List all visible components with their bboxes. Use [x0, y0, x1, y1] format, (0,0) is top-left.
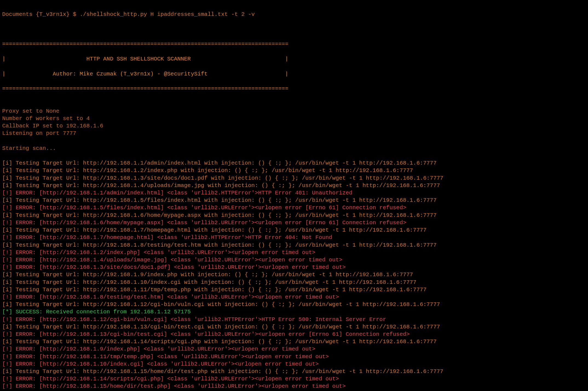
scan-line-info: [i] Testing Target Url: http://192.168.1… — [2, 227, 426, 233]
scan-line-error: [!] ERROR: [http://192.168.1.10/index.cg… — [2, 361, 319, 367]
scan-line-info: [i] Testing Target Url: http://192.168.1… — [2, 175, 443, 181]
banner-line-1: | HTTP AND SSH SHELLSHOCK SCANNER | — [2, 56, 289, 62]
scan-line-error: [!] ERROR: [http://192.168.1.3/site/docs… — [2, 264, 346, 270]
scan-line-info: [i] Testing Target Url: http://192.168.1… — [2, 339, 437, 345]
scan-line-error: [!] ERROR: [http://192.168.1.5/files/ind… — [2, 205, 406, 211]
scan-line-info: [i] Testing Target Url: http://192.168.1… — [2, 272, 413, 278]
scan-line-error: [!] ERROR: [http://192.168.1.1/admin/ind… — [2, 190, 352, 196]
scan-line-info: [i] Testing Target Url: http://192.168.1… — [2, 160, 437, 166]
scan-line-info: [i] Testing Target Url: http://192.168.1… — [2, 279, 416, 285]
scan-output: [i] Testing Target Url: http://192.168.1… — [2, 160, 443, 389]
scan-line-info: [i] Testing Target Url: http://192.168.1… — [2, 167, 413, 174]
scan-line-info: [i] Testing Target Url: http://192.168.1… — [2, 182, 440, 189]
scan-line-info: [i] Testing Target Url: http://192.168.1… — [2, 212, 437, 218]
scan-line-info: [i] Testing Target Url: http://192.168.1… — [2, 197, 437, 203]
scan-line-error: [!] ERROR: [http://192.168.1.6/home/mypa… — [2, 220, 406, 226]
scan-line-error: [!] ERROR: [http://192.168.1.7/homepage.… — [2, 234, 332, 241]
terminal-output[interactable]: Documents {T_v3rn1x} $ ./shellshock_http… — [0, 0, 588, 391]
scan-line-info: [i] Testing Target Url: http://192.168.1… — [2, 368, 443, 375]
scan-line-success: [*] SUCCESS: Received connection from 19… — [2, 309, 191, 315]
banner-border-bottom: ========================================… — [2, 86, 289, 92]
shell-prompt: Documents {T_v3rn1x} $ ./shellshock_http… — [2, 11, 255, 17]
scan-line-info: [i] Testing Target Url: http://192.168.1… — [2, 301, 440, 308]
scan-line-info: [i] Testing Target Url: http://192.168.1… — [2, 242, 437, 248]
scan-line-info: [i] Testing Target Url: http://192.168.1… — [2, 287, 426, 293]
banner-line-2: | Author: Mike Czumak (T_v3rn1x) - @Secu… — [2, 71, 289, 77]
scan-line-error: [!] ERROR: [http://192.168.1.4/uploads/i… — [2, 257, 342, 263]
scan-line-error: [!] ERROR: [http://192.168.1.15/home/dir… — [2, 383, 346, 389]
banner-border-top: ========================================… — [2, 41, 289, 47]
setup-block: Proxy set to None Number of workers set … — [2, 108, 103, 151]
scan-line-error: [!] ERROR: [http://192.168.1.11/tmp/temp… — [2, 354, 329, 360]
scan-line-error: [!] ERROR: [http://192.168.1.13/cgi-bin/… — [2, 331, 410, 337]
scan-line-error: [!] ERROR: [http://192.168.1.14/scripts/… — [2, 376, 339, 382]
scan-line-error: [!] ERROR: [http://192.168.1.12/cgi-bin/… — [2, 316, 386, 323]
scan-line-error: [!] ERROR: [http://192.168.1.8/testing/t… — [2, 294, 339, 300]
scan-line-error: [!] ERROR: [http://192.168.1.2/index.php… — [2, 249, 315, 256]
scan-line-error: [!] ERROR: [http://192.168.1.9/index.php… — [2, 346, 315, 352]
scan-line-info: [i] Testing Target Url: http://192.168.1… — [2, 324, 440, 330]
